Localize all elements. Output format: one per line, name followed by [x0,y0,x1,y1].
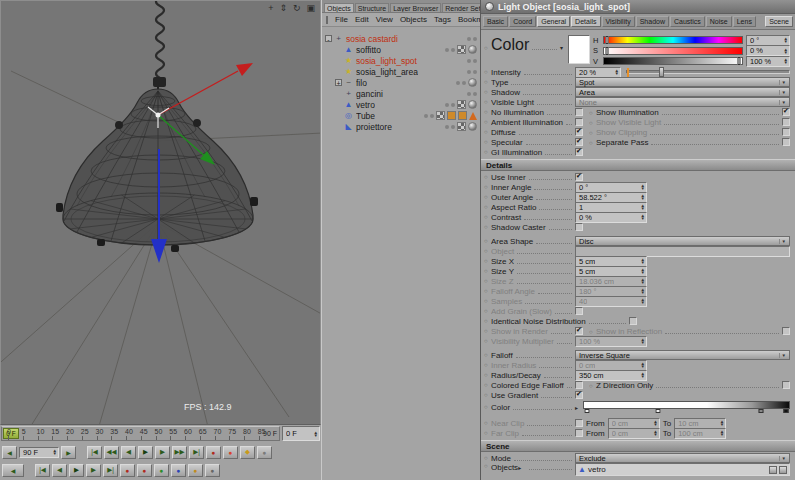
keyframe-dot[interactable] [589,383,596,389]
keyframe-dot[interactable] [484,89,491,95]
autokey-button[interactable]: ● [257,446,272,459]
keyframe-dot[interactable] [589,329,596,335]
keyframe-dot[interactable] [484,328,491,334]
play-button[interactable]: ▶ [138,446,153,459]
end-frame-field[interactable]: 90 F [19,447,59,458]
next-key-button[interactable]: ▶▶ [172,446,187,459]
keyframe-dot[interactable] [484,420,491,426]
phong-tag[interactable] [468,100,477,109]
render-visibility-dot[interactable] [473,59,477,63]
intensity-slider[interactable] [626,70,790,74]
expand-toggle[interactable]: + [335,79,342,86]
tab-layer-browser[interactable]: Layer Browser [390,3,441,12]
spinner-icon[interactable] [639,258,645,264]
keyframe-dot[interactable] [484,184,491,190]
keyframe-dot[interactable] [589,130,596,136]
spinner-icon[interactable] [639,372,645,378]
spinner-icon[interactable] [782,48,788,54]
tab-noise[interactable]: Noise [706,16,732,27]
editor-visibility-dot[interactable] [456,81,460,85]
keyframe-dot[interactable] [484,174,491,180]
menu-objects[interactable]: Objects [400,15,427,24]
goto-start-button[interactable]: |◀ [87,446,102,459]
spinner-icon[interactable] [639,184,645,190]
record-button[interactable]: ● [206,446,221,459]
timeline-ruler[interactable]: 0 F 90 F 0510152025303540455055606570758… [1,426,280,441]
keyframe-dot[interactable] [484,45,491,51]
show-visible-light-checkbox[interactable] [782,118,790,126]
keyframe-dot[interactable] [484,382,491,388]
gradient-bar[interactable] [583,401,790,409]
osq-tag[interactable] [447,111,456,120]
spinner-icon[interactable] [51,449,57,455]
hue-slider[interactable] [603,36,743,44]
expand-triangle-icon[interactable]: ▸ [518,464,526,471]
tab-visibility[interactable]: Visibility [602,16,635,27]
texture-tag[interactable] [436,111,445,120]
area-shape-dropdown[interactable]: Disc [575,236,790,246]
type-dropdown[interactable]: Spot [575,77,790,87]
object-item-proiettore[interactable]: ◣proiettore [322,121,480,132]
keyframe-dot[interactable] [484,194,491,200]
z-direction-only-checkbox[interactable] [782,381,790,389]
gi-illumination-checkbox[interactable] [575,148,583,156]
editor-visibility-dot[interactable] [467,92,471,96]
hue-field[interactable]: 0 ° [746,35,790,46]
tab-details[interactable]: Details [571,16,600,27]
scene-section-header[interactable]: Scene [481,440,795,452]
record-button[interactable]: ● [120,464,135,477]
objects-exclude-list[interactable]: vetro [575,463,790,476]
next-frame-button[interactable]: ▶ [155,446,170,459]
keyframe-dot[interactable] [484,109,491,115]
maximize-icon[interactable]: ▣ [306,3,315,13]
keyframe-dot[interactable] [484,308,491,314]
goto-end-button[interactable]: ▶| [189,446,204,459]
chevron-icon[interactable]: ▾ [560,44,568,51]
goto-start-button[interactable]: |◀ [35,464,50,477]
no-illumination-checkbox[interactable] [575,108,583,116]
prev-frame-button[interactable]: ◀ [52,464,67,477]
keyframe-dot[interactable] [484,455,491,461]
saturation-slider[interactable] [603,47,743,55]
record-position-button[interactable]: ● [137,464,152,477]
menu-tags[interactable]: Tags [434,15,451,24]
editor-visibility-dot[interactable] [445,48,449,52]
next-frame-button[interactable]: ▶ [86,464,101,477]
phong-tag[interactable] [468,122,477,131]
render-visibility-dot[interactable] [462,81,466,85]
show-illumination-checkbox[interactable] [782,108,790,116]
menu-file[interactable]: File [335,15,348,24]
keyframe-dot[interactable] [484,463,491,469]
phong-tag[interactable] [468,78,477,87]
gradient-knot[interactable] [759,409,764,413]
texture-tag[interactable] [457,122,466,131]
tab-shadow[interactable]: Shadow [636,16,669,27]
tab-lens[interactable]: Lens [733,16,756,27]
tab-objects[interactable]: Objects [324,3,354,12]
editor-visibility-dot[interactable] [445,125,449,129]
mode-dropdown[interactable]: Exclude [575,453,790,463]
object-item-gancini[interactable]: +gancini [322,88,480,99]
keyframe-dot[interactable] [589,120,596,126]
menu-edit[interactable]: Edit [355,15,369,24]
spinner-icon[interactable] [639,204,645,210]
colored-edge-falloff-checkbox[interactable] [575,381,583,389]
keyframe-dot[interactable] [484,338,491,344]
timeline-playhead[interactable]: 0 F [3,428,19,439]
tab-coord[interactable]: Coord [509,16,536,27]
slider-handle[interactable] [605,36,608,44]
object-item-sosia_light_spot[interactable]: ★sosia_light_spot [322,55,480,66]
tab-basic[interactable]: Basic [483,16,508,27]
goto-end-button[interactable]: ▶| [103,464,118,477]
timeline-scrub-handle[interactable] [2,464,24,477]
spinner-icon[interactable] [782,58,788,64]
keyframe-dot[interactable] [484,119,491,125]
keyframe-dot[interactable] [484,224,491,230]
radius-decay-field[interactable]: 350 cm [575,370,647,381]
object-item-vetro[interactable]: ▲vetro [322,99,480,110]
keyframe-dot[interactable] [484,278,491,284]
record-scale-button[interactable]: ● [154,464,169,477]
panel-menu-icon[interactable] [326,16,328,24]
details-section-header[interactable]: Details [481,159,795,171]
diffuse-checkbox[interactable] [575,128,583,136]
